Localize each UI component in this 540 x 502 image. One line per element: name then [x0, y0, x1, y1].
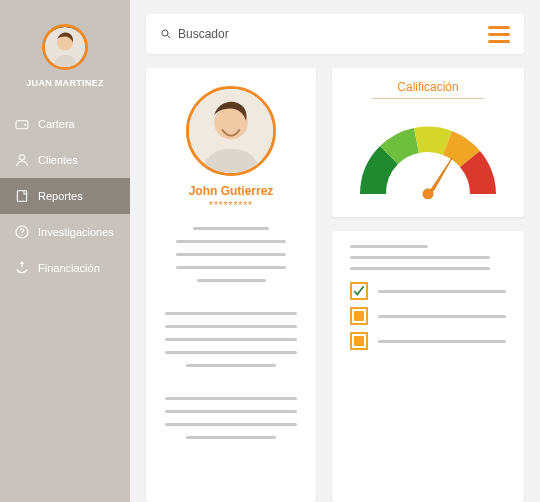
checkbox-filled-icon: [350, 332, 368, 350]
right-column: Calificación: [332, 68, 524, 502]
checkbox-filled-icon: [350, 307, 368, 325]
placeholder-lines: [162, 227, 300, 439]
sidebar-item-label: Investigaciones: [38, 226, 114, 238]
checkbox-checked-icon: [350, 282, 368, 300]
help-icon: [14, 224, 30, 240]
placeholder-lines: [350, 245, 506, 270]
wallet-icon: [14, 116, 30, 132]
sidebar-item-label: Clientes: [38, 154, 78, 166]
svg-point-7: [21, 235, 22, 236]
client-name: John Gutierrez: [189, 184, 274, 198]
finance-icon: [14, 260, 30, 276]
reports-icon: [14, 188, 30, 204]
sidebar-item-label: Cartera: [38, 118, 75, 130]
menu-button[interactable]: [488, 26, 510, 43]
topbar: Buscador: [146, 14, 524, 54]
svg-point-4: [19, 155, 24, 160]
sidebar-item-cartera[interactable]: Cartera: [0, 106, 130, 142]
search-placeholder: Buscador: [178, 27, 229, 41]
user-name: JUAN MARTINEZ: [26, 78, 103, 88]
avatar-icon: [45, 27, 85, 67]
user-avatar[interactable]: [42, 24, 88, 70]
user-avatar-block: JUAN MARTINEZ: [0, 24, 130, 88]
avatar-icon: [189, 89, 273, 173]
person-icon: [14, 152, 30, 168]
checklist-card: [332, 231, 524, 502]
sidebar-item-financiacion[interactable]: Financiación: [0, 250, 130, 286]
score-title: Calificación: [348, 80, 508, 98]
search-input[interactable]: Buscador: [160, 27, 229, 41]
search-icon: [160, 28, 172, 40]
client-card: John Gutierrez *********: [146, 68, 316, 502]
client-rating-stars: *********: [209, 200, 253, 211]
checklist-item[interactable]: [350, 282, 506, 300]
content: John Gutierrez *********: [146, 68, 524, 502]
sidebar-item-reportes[interactable]: Reportes: [0, 178, 130, 214]
svg-point-11: [423, 189, 433, 199]
sidebar-nav: Cartera Clientes Reportes Investigacione…: [0, 106, 130, 286]
svg-point-3: [24, 124, 26, 126]
score-card: Calificación: [332, 68, 524, 217]
sidebar-item-clientes[interactable]: Clientes: [0, 142, 130, 178]
main-area: Buscador John Gutierr: [130, 0, 540, 502]
gauge-icon: [348, 109, 508, 199]
sidebar-item-label: Financiación: [38, 262, 100, 274]
sidebar-item-label: Reportes: [38, 190, 83, 202]
svg-point-8: [162, 30, 168, 36]
hamburger-icon: [488, 26, 510, 29]
checklist-item[interactable]: [350, 332, 506, 350]
sidebar: JUAN MARTINEZ Cartera Clientes Reportes …: [0, 0, 130, 502]
sidebar-item-investigaciones[interactable]: Investigaciones: [0, 214, 130, 250]
checklist-item[interactable]: [350, 307, 506, 325]
client-avatar[interactable]: [186, 86, 276, 176]
svg-rect-5: [17, 191, 26, 202]
